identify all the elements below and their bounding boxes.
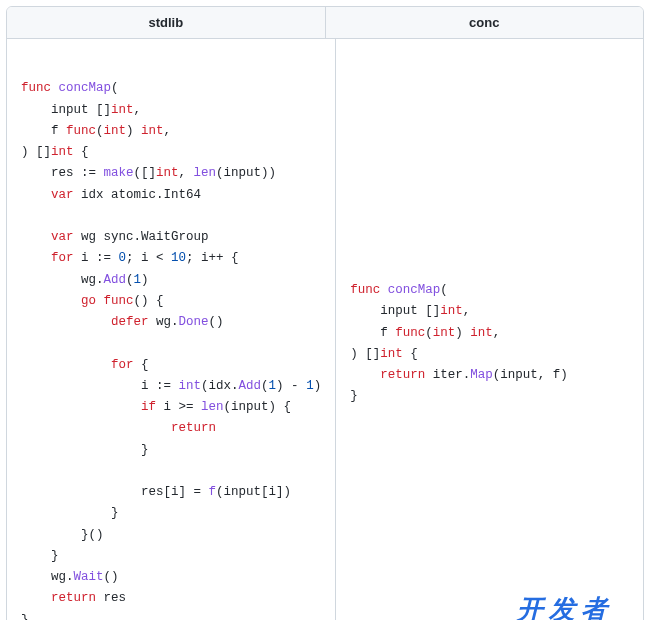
cell-conc: func concMap( input []int, f func(int) i… <box>335 39 643 620</box>
watermark: 开发者 DevZe.CoM <box>517 597 637 620</box>
table-header-row: stdlib conc <box>7 7 643 39</box>
code-stdlib: func concMap( input []int, f func(int) i… <box>21 57 321 620</box>
comparison-table: stdlib conc func concMap( input []int, f… <box>6 6 644 620</box>
table-body-row: func concMap( input []int, f func(int) i… <box>7 39 643 620</box>
watermark-line1: 开发者 <box>517 597 637 620</box>
header-stdlib: stdlib <box>7 7 325 38</box>
code-conc: func concMap( input []int, f func(int) i… <box>350 280 568 408</box>
header-conc: conc <box>325 7 644 38</box>
cell-stdlib: func concMap( input []int, f func(int) i… <box>7 39 335 620</box>
